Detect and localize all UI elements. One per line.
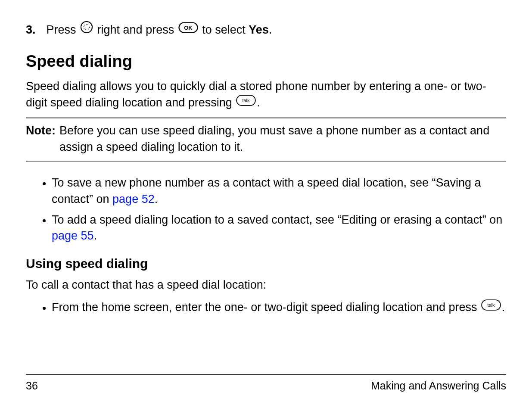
bullet-item: From the home screen, enter the one- or … xyxy=(52,299,506,316)
step-yes: Yes xyxy=(249,23,269,36)
page-52-link[interactable]: page 52 xyxy=(112,193,155,206)
ok-button-icon: OK xyxy=(178,22,198,38)
step-number: 3. xyxy=(26,22,43,38)
bullet-item: To add a speed dialing location to a sav… xyxy=(52,212,506,245)
bullet-post: . xyxy=(502,301,505,314)
talk-button-icon: talk xyxy=(481,299,501,315)
svg-text:talk: talk xyxy=(243,98,250,103)
note-text: Before you can use speed dialing, you mu… xyxy=(59,123,506,156)
step-text-2: right and press xyxy=(97,23,177,36)
manual-page: 3. Press right and press OK to select Ye… xyxy=(0,0,532,411)
page-55-link[interactable]: page 55 xyxy=(52,229,94,242)
heading-speed-dialing: Speed dialing xyxy=(26,52,506,71)
note-box: Note: Before you can use speed dialing, … xyxy=(26,117,506,162)
svg-text:OK: OK xyxy=(184,25,193,31)
heading-using-speed-dialing: Using speed dialing xyxy=(26,256,506,271)
page-number: 36 xyxy=(26,380,38,392)
step-3: 3. Press right and press OK to select Ye… xyxy=(26,22,506,39)
note-label: Note: xyxy=(26,123,59,156)
bullet-list-2: From the home screen, enter the one- or … xyxy=(26,299,506,316)
step-text-3: to select xyxy=(202,23,249,36)
svg-text:talk: talk xyxy=(487,302,495,308)
bullet-pre: From the home screen, enter the one- or … xyxy=(52,301,480,314)
intro-period: . xyxy=(257,96,260,109)
bullet-post: . xyxy=(94,229,97,242)
svg-point-1 xyxy=(84,25,90,30)
bullet-list-1: To save a new phone number as a contact … xyxy=(26,175,506,244)
step-text-1: Press xyxy=(47,23,80,36)
step-period: . xyxy=(269,23,272,36)
talk-button-icon: talk xyxy=(236,94,256,111)
footer-title: Making and Answering Calls xyxy=(371,380,506,392)
page-footer: 36 Making and Answering Calls xyxy=(26,374,506,392)
bullet-pre: To add a speed dialing location to a sav… xyxy=(52,213,502,226)
nav-circle-icon xyxy=(80,21,93,38)
using-intro: To call a contact that has a speed dial … xyxy=(26,277,506,293)
intro-paragraph: Speed dialing allows you to quickly dial… xyxy=(26,78,506,112)
svg-point-0 xyxy=(81,22,92,33)
bullet-post: . xyxy=(155,193,158,206)
bullet-item: To save a new phone number as a contact … xyxy=(52,175,506,208)
